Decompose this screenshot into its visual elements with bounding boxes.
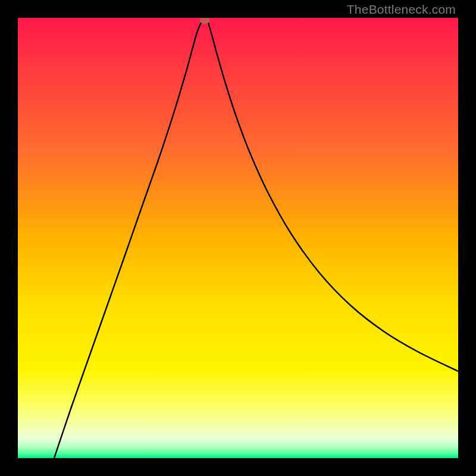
plot-area bbox=[18, 18, 458, 458]
watermark-text: TheBottleneck.com bbox=[347, 2, 456, 17]
optimum-marker bbox=[200, 18, 209, 24]
chart-frame: TheBottleneck.com bbox=[0, 0, 476, 476]
bottleneck-curve bbox=[18, 18, 458, 458]
